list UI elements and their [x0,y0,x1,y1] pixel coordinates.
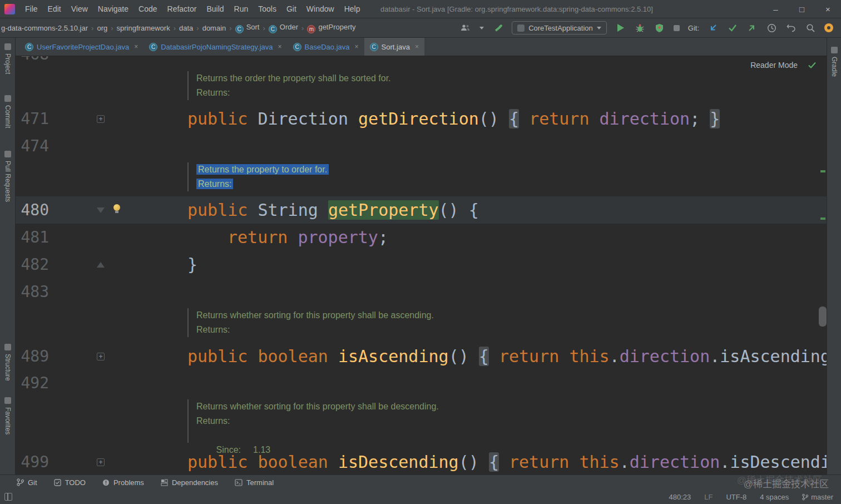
minimize-button[interactable]: – [763,0,789,18]
tool-window-switcher-icon[interactable] [4,493,12,501]
stripe-label: Pull Requests [4,161,12,202]
maximize-button[interactable]: □ [789,0,815,18]
indent-indicator[interactable]: 4 spaces [760,493,789,501]
breadcrumb-data[interactable]: data [178,24,194,32]
breadcrumb-getproperty-method[interactable]: mgetProperty [306,23,357,33]
sidebar-item-commit[interactable]: Commit [4,95,12,128]
code-token: boolean [258,347,328,366]
toolwindow-terminal[interactable]: Terminal [235,478,274,487]
tab-label: BaseDao.java [305,43,350,51]
code-line-489: 489 public boolean isAscending() { retur… [16,343,827,370]
watermark: @稀土掘金技术社区 [744,476,829,490]
git-push-icon[interactable] [746,22,758,33]
close-icon[interactable]: × [355,43,359,51]
git-update-icon[interactable] [708,22,719,33]
scrollbar-thumb[interactable] [819,307,827,327]
debug-button[interactable] [635,22,646,33]
line-number: 499 [16,448,49,475]
caret-position[interactable]: 480:23 [669,493,691,501]
code-with-me-users-icon[interactable] [460,22,471,33]
close-icon[interactable]: × [415,43,419,51]
menu-navigate[interactable]: Navigate [93,0,133,18]
menu-help[interactable]: Help [339,0,365,18]
build-hammer-icon[interactable] [492,22,503,33]
stripe-label: Structure [4,354,12,381]
sidebar-item-pull-requests[interactable]: Pull Requests [4,151,12,202]
encoding-indicator[interactable]: UTF-8 [726,493,746,501]
sidebar-item-favorites[interactable]: Favorites [4,397,12,434]
class-icon: C [235,25,244,33]
stop-button[interactable] [674,25,680,31]
javadoc-text: Returns the order the property shall be … [196,71,391,86]
breadcrumb-org[interactable]: org [96,24,108,32]
branch-name: master [811,493,833,501]
line-ending-indicator[interactable]: LF [704,493,713,501]
menu-git[interactable]: Git [281,0,301,18]
sidebar-item-project[interactable]: Project [4,43,12,74]
run-button[interactable] [615,22,626,33]
menu-code[interactable]: Code [133,0,162,18]
menu-view[interactable]: View [66,0,93,18]
tab-basedao[interactable]: C BaseDao.java × [288,38,364,56]
line-number: 474 [16,132,49,160]
class-icon: C [293,43,301,51]
menu-run[interactable]: Run [229,0,254,18]
menu-window[interactable]: Window [301,0,339,18]
menu-file[interactable]: File [20,0,43,18]
code-token: { [509,109,519,129]
search-everywhere-icon[interactable] [805,22,816,33]
toolwindow-git[interactable]: Git [17,478,37,487]
fold-expand-icon[interactable] [97,458,105,466]
toolwindow-label: TODO [65,478,86,487]
fold-expand-icon[interactable] [97,115,105,123]
git-commit-check-icon[interactable] [727,22,738,33]
breadcrumb-domain[interactable]: domain [201,24,227,32]
code-token: property [298,228,378,247]
menu-tools[interactable]: Tools [253,0,281,18]
toolwindow-problems[interactable]: Problems [102,478,144,487]
git-toolbar-label: Git: [688,24,699,32]
git-branch-widget[interactable]: master [802,493,833,501]
javadoc-returns: Returns: [196,86,391,100]
close-button[interactable]: × [815,0,841,18]
toolwindow-todo[interactable]: TODO [54,478,86,487]
intention-bulb-icon[interactable] [113,204,120,211]
run-configuration-select[interactable]: CoreTestApplication [512,21,607,34]
rollback-undo-icon[interactable] [785,22,797,33]
code-token: { [489,452,499,472]
terminal-icon [235,479,243,486]
code-line-481: 481 return property; [16,224,827,251]
fold-end-icon[interactable] [97,262,105,268]
settings-update-badge-icon[interactable] [824,23,833,32]
chevron-down-icon[interactable] [479,27,484,29]
status-bar: 480:23 LF UTF-8 4 spaces master [0,490,841,504]
selected-javadoc-text: Returns the property to order for. [196,164,329,175]
tab-databasirpojonamingstrategy[interactable]: C DatabasirPojoNamingStrategy.java × [144,38,287,56]
breadcrumb-jar[interactable]: g-data-commons-2.5.10.jar [0,24,89,32]
tab-sort-active[interactable]: C Sort.java × [364,38,424,56]
breadcrumb-sort-class[interactable]: CSort [234,23,261,33]
code-line-480: 480 public String getProperty() { [16,196,827,224]
editor[interactable]: Reader Mode 468 Returns the order the pr… [16,56,827,475]
close-icon[interactable]: × [134,43,138,51]
coverage-button[interactable] [654,22,665,33]
breadcrumb-order-class[interactable]: COrder [268,23,299,33]
breadcrumb-springframework[interactable]: springframework [116,24,171,32]
menu-build[interactable]: Build [201,0,229,18]
fold-expand-icon[interactable] [97,353,105,360]
structure-icon [4,344,11,350]
fold-collapse-icon[interactable] [97,207,105,213]
menu-edit[interactable]: Edit [43,0,66,18]
code-token: . [710,347,720,366]
code-token: getDirection [358,109,479,129]
toolwindow-dependencies[interactable]: Dependencies [161,478,218,487]
tab-userfavoriteprojectdao[interactable]: C UserFavoriteProjectDao.java × [19,38,144,56]
sidebar-item-gradle[interactable]: Gradle [830,47,838,77]
menu-refactor[interactable]: Refactor [162,0,202,18]
history-clock-icon[interactable] [766,22,777,33]
code-text: public String getProperty() { [187,196,479,224]
close-icon[interactable]: × [278,43,282,51]
sidebar-item-structure[interactable]: Structure [4,344,12,381]
code-token: boolean [258,452,328,472]
class-icon: C [25,43,33,51]
